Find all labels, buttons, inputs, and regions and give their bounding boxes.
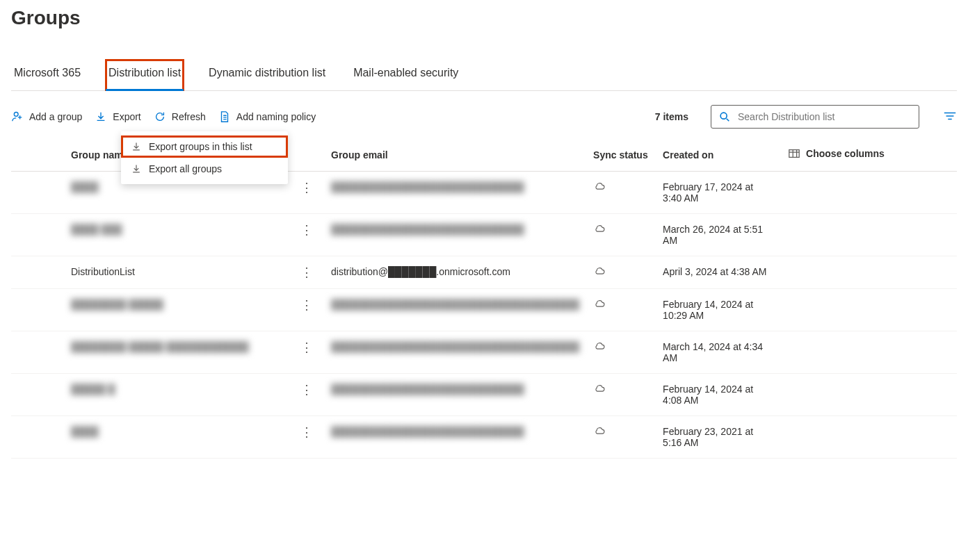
row-menu-button[interactable]: ⋮ [289, 172, 324, 214]
row-checkbox-cell[interactable] [11, 214, 46, 256]
row-sync-cell [586, 331, 656, 374]
tab-dynamic-distribution-list[interactable]: Dynamic distribution list [206, 60, 328, 90]
row-menu-button[interactable]: ⋮ [289, 374, 324, 416]
row-checkbox-cell[interactable] [11, 331, 46, 374]
row-email-cell: ████████████████████████████ [324, 172, 586, 214]
row-menu-button[interactable]: ⋮ [289, 214, 324, 256]
col-sync-header[interactable]: Sync status [586, 138, 656, 172]
col-created-header[interactable]: Created on [656, 138, 781, 172]
row-sync-cell [586, 416, 656, 459]
add-group-button[interactable]: Add a group [11, 110, 82, 123]
row-sync-cell [586, 289, 656, 331]
row-spare-cell [781, 256, 957, 289]
tab-microsoft-365[interactable]: Microsoft 365 [11, 60, 83, 90]
col-choose-header: Choose columns [781, 138, 957, 172]
table-row[interactable]: █████ █⋮████████████████████████████Febr… [11, 374, 957, 416]
choose-columns-button[interactable]: Choose columns [788, 148, 885, 159]
download-icon [131, 163, 142, 174]
row-menu-button[interactable]: ⋮ [289, 256, 324, 289]
col-menu-header [289, 138, 324, 172]
row-spare-cell [781, 214, 957, 256]
refresh-icon [154, 110, 166, 123]
vertical-dots-icon: ⋮ [300, 425, 313, 439]
search-box[interactable] [711, 105, 919, 129]
filter-icon [943, 110, 957, 122]
search-icon [718, 110, 731, 123]
refresh-label: Refresh [172, 111, 206, 122]
export-all-label: Export all groups [149, 163, 222, 174]
toolbar: Add a group Export Refresh Add naming po… [11, 91, 957, 138]
row-checkbox-cell[interactable] [11, 374, 46, 416]
svg-point-1 [720, 113, 727, 119]
cloud-icon [593, 224, 606, 233]
row-spare-cell [781, 172, 957, 214]
row-name-cell[interactable]: ████████ █████ [46, 289, 289, 331]
row-sync-cell [586, 172, 656, 214]
export-all-groups[interactable]: Export all groups [121, 158, 288, 180]
download-icon [95, 110, 107, 123]
col-email-header[interactable]: Group email [324, 138, 586, 172]
search-input[interactable] [738, 111, 912, 122]
row-checkbox-cell[interactable] [11, 289, 46, 331]
table-row[interactable]: ████⋮████████████████████████████Februar… [11, 416, 957, 459]
row-name-cell[interactable]: DistributionList [46, 256, 289, 289]
vertical-dots-icon: ⋮ [300, 298, 313, 312]
row-menu-button[interactable]: ⋮ [289, 331, 324, 374]
row-checkbox-cell[interactable] [11, 256, 46, 289]
svg-point-0 [14, 113, 18, 117]
cloud-icon [593, 299, 606, 308]
row-spare-cell [781, 416, 957, 459]
tab-mail-enabled-security[interactable]: Mail-enabled security [350, 60, 461, 90]
refresh-button[interactable]: Refresh [154, 110, 206, 123]
row-created-cell: February 14, 2024 at 10:29 AM [656, 289, 781, 331]
row-checkbox-cell[interactable] [11, 172, 46, 214]
row-checkbox-cell[interactable] [11, 416, 46, 459]
row-menu-button[interactable]: ⋮ [289, 416, 324, 459]
vertical-dots-icon: ⋮ [300, 265, 313, 279]
row-name-cell[interactable]: █████ █ [46, 374, 289, 416]
export-label: Export [113, 111, 140, 122]
page-title: Groups [11, 7, 957, 29]
cloud-icon [593, 426, 606, 436]
table-row[interactable]: DistributionList⋮distribution@███████.on… [11, 256, 957, 289]
row-name-cell[interactable]: ████████ █████ ████████████ [46, 331, 289, 374]
row-name-cell[interactable]: ████ [46, 416, 289, 459]
download-icon [131, 141, 142, 152]
cloud-icon [593, 181, 606, 191]
row-spare-cell [781, 331, 957, 374]
add-user-icon [11, 110, 24, 123]
vertical-dots-icon: ⋮ [300, 223, 313, 237]
row-created-cell: February 23, 2021 at 5:16 AM [656, 416, 781, 459]
row-email-cell: ████████████████████████████ [324, 374, 586, 416]
row-email-cell: ████████████████████████████ [324, 416, 586, 459]
row-name-cell[interactable]: ████ ███ [46, 214, 289, 256]
export-button[interactable]: Export [95, 110, 140, 123]
row-menu-button[interactable]: ⋮ [289, 289, 324, 331]
table-row[interactable]: ████████ █████⋮█████████████████████████… [11, 289, 957, 331]
choose-columns-label: Choose columns [806, 148, 885, 159]
add-naming-policy-button[interactable]: Add naming policy [218, 110, 316, 123]
row-email-cell: distribution@███████.onmicrosoft.com [324, 256, 586, 289]
row-created-cell: March 14, 2024 at 4:34 AM [656, 331, 781, 374]
groups-table: Group name Group email Sync status Creat… [11, 138, 957, 459]
cloud-icon [593, 384, 606, 393]
filter-button[interactable] [943, 110, 957, 124]
col-checkbox-header [11, 138, 46, 172]
tabs: Microsoft 365 Distribution list Dynamic … [11, 60, 957, 91]
row-sync-cell [586, 256, 656, 289]
row-sync-cell [586, 374, 656, 416]
row-spare-cell [781, 374, 957, 416]
vertical-dots-icon: ⋮ [300, 181, 313, 195]
export-in-list-label: Export groups in this list [149, 141, 252, 152]
row-created-cell: April 3, 2024 at 4:38 AM [656, 256, 781, 289]
cloud-icon [593, 341, 606, 351]
tab-distribution-list[interactable]: Distribution list [106, 60, 184, 90]
table-row[interactable]: ████ ███⋮████████████████████████████Mar… [11, 214, 957, 256]
add-group-label: Add a group [29, 111, 82, 122]
table-row[interactable]: ████████ █████ ████████████⋮████████████… [11, 331, 957, 374]
export-dropdown: Export groups in this list Export all gr… [121, 131, 288, 184]
export-groups-in-list[interactable]: Export groups in this list [121, 135, 288, 158]
row-created-cell: February 14, 2024 at 4:08 AM [656, 374, 781, 416]
row-email-cell: ████████████████████████████████████ [324, 331, 586, 374]
cloud-icon [593, 266, 606, 276]
